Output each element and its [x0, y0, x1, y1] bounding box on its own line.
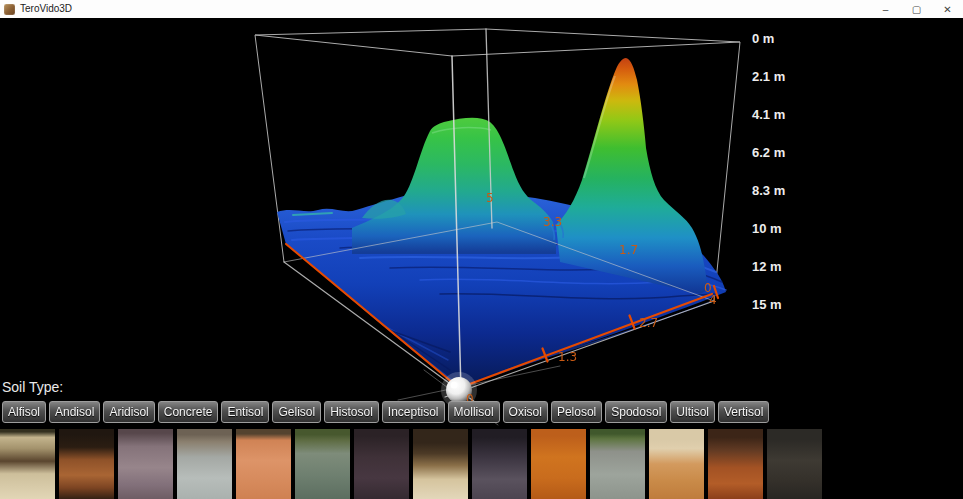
soil-sample-image-vertisol	[767, 429, 822, 499]
soil-sample-image-concrete	[177, 429, 232, 499]
depth-label: 8.3 m	[752, 183, 812, 198]
depth-label: 4.1 m	[752, 107, 812, 122]
soil-type-button-gelisol[interactable]: Gelisol	[272, 401, 321, 423]
soil-type-button-oxisol[interactable]: Oxisol	[503, 401, 548, 423]
soil-type-button-andisol[interactable]: Andisol	[49, 401, 100, 423]
minimize-button[interactable]: –	[870, 0, 901, 18]
soil-type-button-entisol[interactable]: Entisol	[221, 401, 269, 423]
soil-sample-image-mollisol	[472, 429, 527, 499]
depth-label: 6.2 m	[752, 145, 812, 160]
depth-label: 0 m	[752, 31, 812, 46]
x-axis-tick-label: 4	[709, 293, 717, 307]
soil-type-button-alfisol[interactable]: Alfisol	[2, 401, 46, 423]
depth-label: 15 m	[752, 297, 812, 312]
soil-type-button-histosol[interactable]: Histosol	[324, 401, 379, 423]
soil-type-button-pelosol[interactable]: Pelosol	[551, 401, 602, 423]
depth-label: 12 m	[752, 259, 812, 274]
soil-type-button-concrete[interactable]: Concrete	[158, 401, 219, 423]
soil-sample-image-row	[0, 429, 822, 499]
depth-label: 2.1 m	[752, 69, 812, 84]
soil-type-button-inceptisol[interactable]: Inceptisol	[382, 401, 445, 423]
soil-sample-image-spodosol	[649, 429, 704, 499]
surface-peak	[556, 58, 708, 294]
maximize-button[interactable]: ▢	[901, 0, 932, 18]
depth-label: 10 m	[752, 221, 812, 236]
x-axis-tick-label: 1.3	[558, 350, 577, 364]
soil-sample-image-pelosol	[590, 429, 645, 499]
soil-type-button-spodosol[interactable]: Spodosol	[605, 401, 667, 423]
soil-type-button-row: Alfisol Andisol Aridisol Concrete Entiso…	[2, 401, 769, 423]
soil-sample-image-andisol	[59, 429, 114, 499]
soil-sample-image-inceptisol	[413, 429, 468, 499]
soil-type-button-ultisol[interactable]: Ultisol	[670, 401, 715, 423]
soil-type-label: Soil Type:	[2, 379, 63, 395]
app-icon	[4, 4, 15, 15]
plot-3d-canvas[interactable]: 0 1.3 2.7 4 0 1.7 3.3 5	[0, 0, 963, 499]
window-titlebar[interactable]: TeroVido3D – ▢ ✕	[0, 0, 963, 18]
soil-type-button-vertisol[interactable]: Vertisol	[718, 401, 769, 423]
soil-sample-image-ultisol	[708, 429, 763, 499]
soil-sample-image-entisol	[236, 429, 291, 499]
soil-sample-image-alfisol	[0, 429, 55, 499]
y-axis-tick-label: 0	[704, 281, 712, 295]
soil-type-button-aridisol[interactable]: Aridisol	[103, 401, 154, 423]
y-axis-tick-label: 5	[486, 191, 494, 205]
x-axis-tick-label: 2.7	[639, 316, 658, 330]
soil-sample-image-oxisol	[531, 429, 586, 499]
y-axis-tick-label: 3.3	[543, 215, 562, 229]
close-button[interactable]: ✕	[932, 0, 963, 18]
soil-sample-image-aridisol	[118, 429, 173, 499]
y-axis-tick-label: 1.7	[619, 243, 638, 257]
soil-type-button-mollisol[interactable]: Mollisol	[448, 401, 500, 423]
soil-sample-image-gelisol	[295, 429, 350, 499]
soil-sample-image-histosol	[354, 429, 409, 499]
window-title: TeroVido3D	[20, 0, 72, 18]
